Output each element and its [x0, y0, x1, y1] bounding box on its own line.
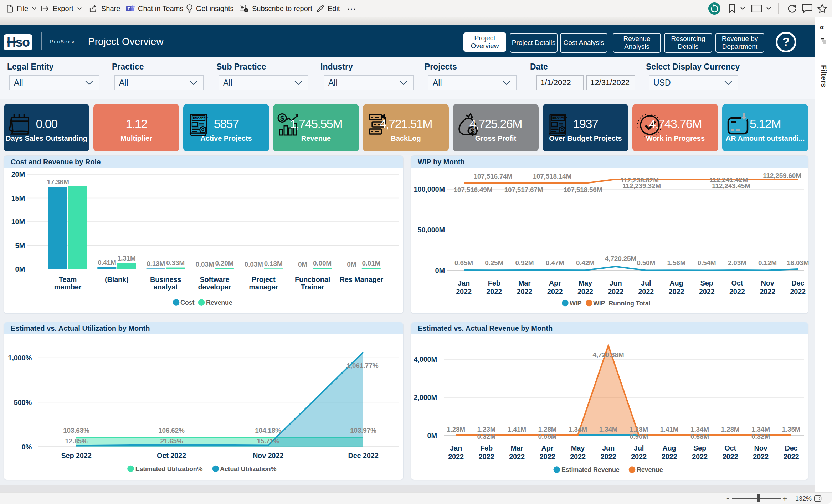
svg-text:0.65M: 0.65M: [454, 259, 473, 267]
svg-text:2022: 2022: [456, 288, 472, 295]
svg-text:Software: Software: [200, 276, 229, 283]
svg-text:Apr: Apr: [549, 279, 561, 287]
svg-text:1.23M: 1.23M: [477, 426, 496, 433]
svg-text:2022: 2022: [631, 453, 647, 461]
svg-text:0M: 0M: [347, 261, 356, 268]
svg-text:1.56M: 1.56M: [667, 259, 685, 267]
svg-text:0M: 0M: [298, 261, 307, 268]
svg-text:5M: 5M: [15, 242, 25, 250]
svg-text:Oct: Oct: [731, 279, 743, 287]
svg-text:Aug: Aug: [662, 444, 676, 452]
svg-text:20M: 20M: [11, 170, 25, 178]
svg-text:21.65%: 21.65%: [160, 437, 183, 445]
svg-text:2022: 2022: [692, 453, 708, 461]
svg-text:Jul: Jul: [634, 444, 644, 452]
svg-text:Sep 2022: Sep 2022: [61, 452, 91, 459]
svg-text:0.25M: 0.25M: [485, 259, 503, 267]
svg-text:1.31M: 1.31M: [117, 254, 136, 262]
svg-text:1.28M: 1.28M: [447, 426, 465, 433]
svg-text:0.01M: 0.01M: [362, 259, 380, 267]
svg-text:WIP_Running Total: WIP_Running Total: [593, 300, 650, 307]
svg-text:0M: 0M: [435, 267, 445, 274]
svg-text:2022: 2022: [570, 453, 586, 461]
svg-text:1.41M: 1.41M: [508, 426, 526, 433]
svg-text:developer: developer: [198, 283, 231, 291]
svg-text:0%: 0%: [21, 443, 32, 451]
svg-text:Revenue: Revenue: [637, 466, 663, 473]
svg-text:1.28M: 1.28M: [538, 426, 557, 433]
svg-text:2022: 2022: [662, 453, 677, 461]
svg-text:107,517.67M: 107,517.67M: [504, 186, 543, 194]
svg-text:analyst: analyst: [154, 283, 178, 291]
svg-text:Mar: Mar: [511, 444, 523, 452]
svg-text:Functional: Functional: [295, 276, 330, 283]
svg-text:2022: 2022: [760, 288, 775, 295]
svg-text:1.28M: 1.28M: [721, 426, 740, 433]
svg-text:Actual Utilization%: Actual Utilization%: [220, 466, 276, 473]
svg-text:104.18%: 104.18%: [255, 427, 281, 434]
svg-text:2022: 2022: [699, 288, 715, 295]
svg-text:1.34M: 1.34M: [569, 426, 587, 433]
svg-text:2022: 2022: [479, 453, 494, 461]
svg-text:4,000M: 4,000M: [414, 355, 437, 363]
svg-text:112,243.45M: 112,243.45M: [712, 182, 750, 190]
svg-text:1.41M: 1.41M: [660, 426, 679, 433]
svg-text:17.36M: 17.36M: [47, 178, 69, 186]
svg-text:2022: 2022: [608, 288, 623, 295]
svg-text:0.54M: 0.54M: [698, 259, 716, 267]
svg-text:103.63%: 103.63%: [63, 427, 89, 434]
svg-text:2022: 2022: [540, 453, 555, 461]
svg-text:Nov 2022: Nov 2022: [253, 452, 283, 459]
svg-text:2022: 2022: [547, 288, 563, 295]
svg-text:2022: 2022: [448, 453, 464, 461]
svg-text:2,000M: 2,000M: [414, 394, 437, 401]
svg-text:Mar: Mar: [518, 279, 531, 287]
svg-text:2022: 2022: [723, 453, 738, 461]
svg-text:2022: 2022: [517, 288, 533, 295]
svg-text:2022: 2022: [486, 288, 502, 295]
svg-text:Dec: Dec: [791, 279, 804, 287]
svg-text:Feb: Feb: [488, 279, 500, 287]
svg-text:1.35M: 1.35M: [782, 426, 801, 433]
svg-text:15.71%: 15.71%: [257, 437, 279, 445]
svg-text:Estimated Revenue: Estimated Revenue: [561, 466, 620, 473]
svg-text:1.34M: 1.34M: [690, 426, 709, 433]
svg-text:Sep: Sep: [693, 444, 706, 452]
svg-text:Jan: Jan: [450, 444, 462, 452]
svg-text:0.50M: 0.50M: [637, 259, 655, 267]
svg-text:112,239.32M: 112,239.32M: [622, 182, 661, 190]
svg-text:0.00M: 0.00M: [313, 259, 332, 267]
svg-text:0M: 0M: [15, 265, 25, 273]
svg-text:2.03M: 2.03M: [728, 259, 746, 267]
svg-text:Aug: Aug: [669, 279, 683, 287]
svg-text:0M: 0M: [427, 432, 437, 439]
svg-text:Oct 2022: Oct 2022: [157, 452, 186, 459]
svg-text:(Blank): (Blank): [105, 276, 128, 283]
svg-text:107,516.49M: 107,516.49M: [454, 186, 493, 194]
svg-text:Trainer: Trainer: [301, 283, 324, 291]
svg-text:2022: 2022: [753, 453, 769, 461]
svg-text:manager: manager: [249, 283, 278, 291]
svg-text:0.20M: 0.20M: [215, 259, 233, 267]
svg-text:May: May: [571, 444, 585, 452]
svg-text:0.68M: 0.68M: [690, 433, 709, 440]
svg-text:12.85%: 12.85%: [65, 437, 88, 445]
svg-text:2022: 2022: [638, 288, 654, 295]
svg-text:0.13M: 0.13M: [264, 260, 283, 267]
svg-text:member: member: [54, 283, 82, 291]
svg-text:May: May: [579, 279, 592, 287]
svg-text:Estimated Utilization%: Estimated Utilization%: [135, 466, 203, 473]
svg-text:15M: 15M: [11, 194, 25, 202]
svg-text:0.41M: 0.41M: [98, 259, 116, 266]
svg-text:107,518.56M: 107,518.56M: [564, 186, 602, 194]
svg-text:1,000%: 1,000%: [8, 354, 32, 362]
svg-text:Team: Team: [59, 276, 77, 283]
svg-text:Feb: Feb: [480, 444, 493, 452]
svg-text:112,259.60M: 112,259.60M: [763, 172, 801, 179]
svg-text:Nov: Nov: [761, 279, 774, 287]
svg-text:4,720.25M: 4,720.25M: [605, 255, 636, 262]
svg-text:Res Manager: Res Manager: [340, 276, 384, 283]
svg-text:107,516.74M: 107,516.74M: [474, 173, 513, 180]
svg-text:50,000M: 50,000M: [418, 226, 445, 234]
svg-text:0.42M: 0.42M: [576, 259, 595, 267]
